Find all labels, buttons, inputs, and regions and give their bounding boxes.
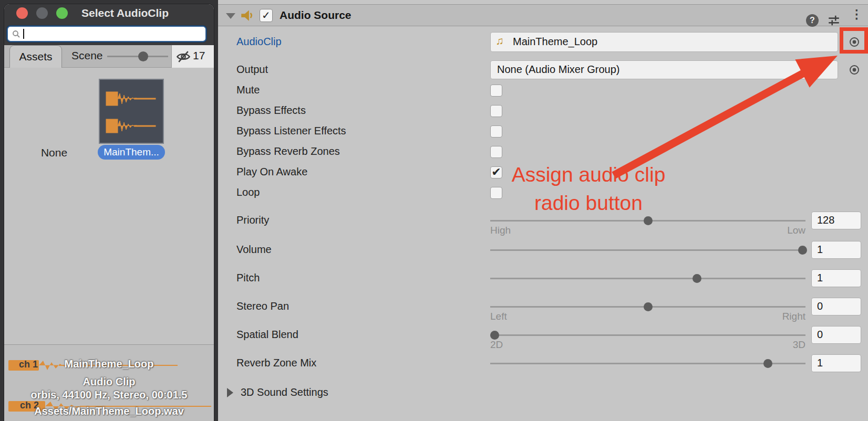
annotation-text-line2: radio button [494,192,683,214]
component-foldout-icon[interactable] [226,13,235,19]
waveform-thumbnail-icon [100,80,163,143]
speaker-icon [240,8,254,23]
output-property-label: Output [236,64,268,76]
music-note-icon: ♫ [495,35,504,47]
output-object-field[interactable]: None (Audio Mixer Group) [490,60,838,79]
spatial-blend-max-label: 3D [793,339,805,351]
audio-source-header[interactable]: ✓ Audio Source ? ⋮ [218,4,868,26]
search-input[interactable] [7,26,206,42]
component-title: Audio Source [280,9,352,22]
audioclip-preview-pane: ch 1 ch 2 MainTheme_Loop Audio Clip orbi… [4,345,214,421]
reverb-zone-mix-label: Reverb Zone Mix [236,357,316,369]
dialog-titlebar[interactable]: Select AudioClip [4,4,214,45]
priority-value-input[interactable]: 128 [811,212,861,229]
reverb-zone-mix-slider-handle[interactable] [763,359,772,368]
bypass-reverb-zones-checkbox[interactable] [490,146,502,158]
screenshot-root: Select AudioClip Assets Scene 17 [0,0,868,421]
thumbnail-size-slider-handle[interactable] [138,51,148,61]
bypass-effects-checkbox[interactable] [490,105,502,117]
stereo-pan-min-label: Left [490,311,507,322]
volume-label: Volume [236,244,272,256]
pitch-slider-handle[interactable] [693,274,701,283]
output-object-picker-icon[interactable] [848,64,861,76]
stereo-pan-slider-handle[interactable] [644,302,653,311]
asset-item-maintheme[interactable]: MainThem... [98,145,165,160]
reverb-zone-mix-slider[interactable] [490,363,805,364]
close-button[interactable] [16,7,28,19]
loop-label: Loop [236,186,260,198]
priority-label: Priority [236,214,269,226]
spatial-blend-min-label: 2D [490,339,503,351]
3d-sound-settings-foldout[interactable]: 3D Sound Settings [241,386,328,398]
priority-min-label: High [490,225,511,236]
preview-clip-format: orbis, 44100 Hz, Stereo, 00:01.5 [4,389,214,401]
tab-assets[interactable]: Assets [9,45,62,68]
audioclip-thumbnail[interactable] [100,80,163,143]
spatial-blend-value-input[interactable]: 0 [811,326,861,344]
volume-slider[interactable] [490,249,805,251]
volume-slider-handle[interactable] [798,246,807,255]
asset-grid: None MainThem... [4,68,214,344]
pitch-label: Pitch [236,272,260,284]
preview-clip-type: Audio Clip [4,376,214,388]
priority-range-labels: High Low [490,225,805,236]
bypass-effects-label: Bypass Effects [236,104,306,117]
mute-checkbox[interactable] [490,85,502,97]
text-caret [23,29,24,39]
play-on-awake-label: Play On Awake [236,166,307,178]
help-icon[interactable]: ? [806,14,819,27]
bypass-listener-effects-label: Bypass Listener Effects [236,125,346,137]
stereo-pan-value-input[interactable]: 0 [811,298,861,315]
select-audioclip-dialog: Select AudioClip Assets Scene 17 [4,4,214,421]
more-menu-icon[interactable]: ⋮ [851,12,859,17]
spatial-blend-label: Spatial Blend [236,329,298,341]
dialog-tabbar: Assets Scene 17 [4,45,214,68]
eye-slash-icon [176,50,191,63]
search-icon [12,30,20,38]
spatial-blend-slider-handle[interactable] [490,331,499,340]
thumbnail-size-slider[interactable] [107,56,168,57]
spatial-blend-range-labels: 2D 3D [490,339,805,351]
foldout-triangle-icon[interactable] [227,388,233,397]
minimize-button[interactable] [36,7,48,19]
hidden-items-indicator[interactable]: 17 [171,45,214,68]
annotation-highlight-box [840,27,868,54]
stereo-pan-label: Stereo Pan [236,300,289,312]
hidden-count: 17 [193,49,205,62]
tab-scene[interactable]: Scene [71,49,103,62]
audioclip-object-field[interactable]: MainTheme_Loop [490,32,838,52]
reverb-zone-mix-value-input[interactable]: 1 [811,354,861,372]
bypass-reverb-zones-label: Bypass Reverb Zones [236,145,340,157]
stereo-pan-range-labels: Left Right [490,311,805,322]
component-enabled-checkbox[interactable]: ✓ [260,9,273,22]
volume-value-input[interactable]: 1 [811,241,861,259]
priority-max-label: Low [787,225,805,236]
preview-clip-path: Assets/MainTheme_Loop.wav [4,405,214,417]
asset-item-none[interactable]: None [25,146,83,159]
presets-icon[interactable] [827,14,841,27]
audioclip-property-label: AudioClip [236,36,282,48]
bypass-listener-effects-checkbox[interactable] [490,125,502,138]
pitch-value-input[interactable]: 1 [811,269,861,287]
mute-label: Mute [236,84,260,96]
annotation-text-line1: Assign audio clip [494,164,683,186]
priority-slider-handle[interactable] [644,216,653,225]
spatial-blend-slider[interactable] [490,334,805,336]
stereo-pan-max-label: Right [782,311,805,322]
preview-clip-name: MainTheme_Loop [4,358,214,370]
dialog-title: Select AudioClip [57,7,193,19]
pitch-slider[interactable] [490,278,805,279]
